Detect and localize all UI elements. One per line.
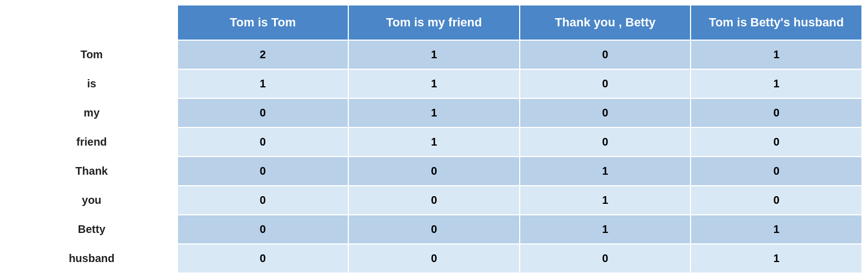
cell-husband-col2: 0 bbox=[348, 244, 520, 273]
cell-friend-col2: 1 bbox=[348, 127, 520, 157]
cell-friend-col3: 0 bbox=[520, 127, 691, 157]
row-label-Tom: Tom bbox=[6, 40, 177, 69]
cell-you-col4: 0 bbox=[691, 186, 862, 215]
table-row: is1101 bbox=[6, 69, 862, 98]
table-wrapper: Tom is TomTom is my friendThank you , Be… bbox=[5, 4, 863, 274]
cell-Betty-col1: 0 bbox=[177, 215, 349, 244]
header-col-2: Tom is my friend bbox=[348, 5, 520, 40]
row-label-Thank: Thank bbox=[6, 157, 177, 186]
header-empty bbox=[6, 5, 177, 40]
header-row: Tom is TomTom is my friendThank you , Be… bbox=[6, 5, 862, 40]
cell-Betty-col2: 0 bbox=[348, 215, 520, 244]
cell-is-col2: 1 bbox=[348, 69, 520, 98]
table-row: Betty0011 bbox=[6, 215, 862, 244]
cell-Thank-col2: 0 bbox=[348, 157, 520, 186]
row-label-you: you bbox=[6, 186, 177, 215]
cell-is-col3: 0 bbox=[520, 69, 691, 98]
cell-Tom-col2: 1 bbox=[348, 40, 520, 69]
cell-my-col2: 1 bbox=[348, 98, 520, 127]
table-row: friend0100 bbox=[6, 127, 862, 157]
cell-is-col1: 1 bbox=[177, 69, 349, 98]
table-row: my0100 bbox=[6, 98, 862, 127]
cell-Thank-col3: 1 bbox=[520, 157, 691, 186]
row-label-is: is bbox=[6, 69, 177, 98]
table-row: Tom2101 bbox=[6, 40, 862, 69]
header-col-4: Tom is Betty's husband bbox=[691, 5, 862, 40]
cell-Thank-col4: 0 bbox=[691, 157, 862, 186]
cell-friend-col4: 0 bbox=[691, 127, 862, 157]
table-row: husband0001 bbox=[6, 244, 862, 273]
cell-is-col4: 1 bbox=[691, 69, 862, 98]
cell-my-col4: 0 bbox=[691, 98, 862, 127]
frequency-table: Tom is TomTom is my friendThank you , Be… bbox=[5, 4, 863, 274]
cell-you-col3: 1 bbox=[520, 186, 691, 215]
cell-my-col1: 0 bbox=[177, 98, 349, 127]
table-row: you0010 bbox=[6, 186, 862, 215]
cell-husband-col3: 0 bbox=[520, 244, 691, 273]
cell-Thank-col1: 0 bbox=[177, 157, 349, 186]
row-label-Betty: Betty bbox=[6, 215, 177, 244]
cell-Betty-col4: 1 bbox=[691, 215, 862, 244]
cell-Tom-col4: 1 bbox=[691, 40, 862, 69]
cell-Betty-col3: 1 bbox=[520, 215, 691, 244]
cell-friend-col1: 0 bbox=[177, 127, 349, 157]
cell-husband-col1: 0 bbox=[177, 244, 349, 273]
cell-you-col2: 0 bbox=[348, 186, 520, 215]
cell-Tom-col3: 0 bbox=[520, 40, 691, 69]
cell-you-col1: 0 bbox=[177, 186, 349, 215]
cell-my-col3: 0 bbox=[520, 98, 691, 127]
header-col-3: Thank you , Betty bbox=[520, 5, 691, 40]
row-label-friend: friend bbox=[6, 127, 177, 157]
row-label-my: my bbox=[6, 98, 177, 127]
cell-husband-col4: 1 bbox=[691, 244, 862, 273]
header-col-1: Tom is Tom bbox=[177, 5, 349, 40]
row-label-husband: husband bbox=[6, 244, 177, 273]
table-row: Thank0010 bbox=[6, 157, 862, 186]
cell-Tom-col1: 2 bbox=[177, 40, 349, 69]
